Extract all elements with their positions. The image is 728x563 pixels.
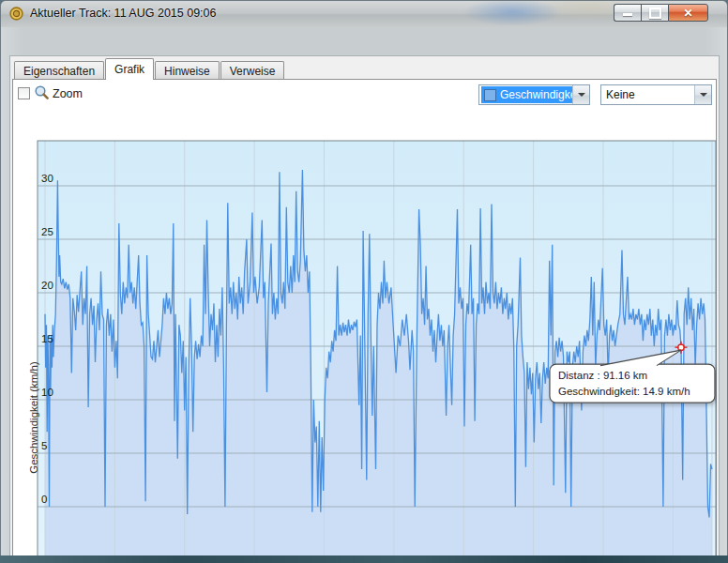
close-icon: ✕ [683,7,692,20]
window-controls: ✕ [614,4,708,22]
tab-eigenschaften[interactable]: Eigenschaften [14,61,104,80]
restore-icon [649,8,661,19]
grafik-tab-page: Zoom Geschwindigkei Keine [12,79,717,555]
svg-text:0: 0 [41,494,47,505]
zoom-checkbox[interactable] [18,87,30,99]
chevron-down-icon [700,93,707,97]
series-color-swatch [484,89,496,101]
svg-text:10: 10 [41,387,53,398]
screen: Aktueller Track: 11 AUG 2015 09:06 ✕ Eig… [0,0,728,563]
svg-text:15: 15 [41,333,53,344]
tab-hinweise[interactable]: Hinweise [155,61,220,80]
chevron-down-icon [578,93,585,97]
magnifier-icon [34,84,50,100]
minimize-icon [623,13,632,16]
series-combobox-dropdown-button[interactable] [572,85,589,104]
tab-verweise[interactable]: Verweise [220,61,285,80]
window-title: Aktueller Track: 11 AUG 2015 09:06 [30,7,217,20]
tab-grafik[interactable]: Grafik [105,58,154,80]
secondary-combobox-dropdown-button[interactable] [694,85,711,104]
track-properties-window: Aktueller Track: 11 AUG 2015 09:06 ✕ Eig… [0,0,728,555]
tooltip-speed-text: Geschwindigkeit: 14.9 km/h [558,386,690,397]
series-combobox[interactable]: Geschwindigkei [478,84,590,105]
tab-control: Eigenschaften Grafik Hinweise Verweise Z… [9,55,720,555]
map-background-strip [0,555,728,563]
svg-text:25: 25 [41,226,53,237]
speed-chart[interactable]: Geschwindigkeit (km/h) [14,130,717,555]
secondary-combobox[interactable]: Keine [600,84,712,105]
tab-bar: Eigenschaften Grafik Hinweise Verweise [14,58,285,80]
title-bar[interactable]: Aktueller Track: 11 AUG 2015 09:06 ✕ [1,1,727,27]
minimize-button[interactable] [614,4,641,22]
close-button[interactable]: ✕ [668,4,708,22]
series-combobox-value: Geschwindigkei [500,88,572,101]
restore-button[interactable] [641,4,668,22]
zoom-label: Zoom [53,87,83,100]
speed-chart-svg[interactable]: 051015202530 0.010.020.030.040.050.060.0… [14,130,717,555]
svg-text:20: 20 [41,280,53,291]
secondary-combobox-value: Keine [606,88,635,101]
svg-text:5: 5 [41,440,47,451]
window-frame: Eigenschaften Grafik Hinweise Verweise Z… [1,27,727,555]
track-app-icon [9,7,23,21]
svg-text:30: 30 [41,173,53,184]
tooltip-distance-text: Distanz : 91.16 km [558,370,647,381]
